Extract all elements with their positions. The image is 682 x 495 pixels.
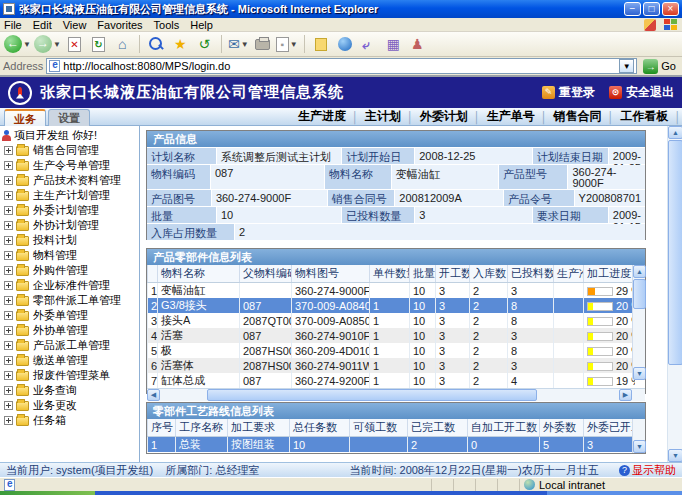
col-prep[interactable]: 生产准备 (554, 265, 584, 283)
parts-row-1[interactable]: 1变幅油缸 360-274-9000F 10 32 3 29 % (148, 283, 635, 299)
tree-item-master-plan[interactable]: 主生产计划管理 (2, 188, 139, 203)
tab-settings[interactable]: 设置 (48, 109, 90, 126)
parts-row-3[interactable]: 3接头A 2087QT002370-009-A0850 110 32 8 20 … (148, 313, 635, 328)
tree-item-order-number[interactable]: 生产令号单管理 (2, 158, 139, 173)
tree-item-delivery-order[interactable]: 缴送单管理 (2, 353, 139, 368)
expand-icon[interactable] (4, 251, 13, 260)
tree-root-user[interactable]: 项目开发组 你好! (2, 128, 139, 143)
tree-item-outsource-order[interactable]: 外委单管理 (2, 308, 139, 323)
scroll-down-icon[interactable]: ▼ (633, 367, 646, 380)
expand-icon[interactable] (4, 326, 13, 335)
col-drawing-no[interactable]: 物料图号 (292, 265, 370, 283)
menu-master-plan[interactable]: 主计划 (365, 108, 401, 125)
menu-production-progress[interactable]: 生产进度 (298, 108, 346, 125)
research-button[interactable]: ⤶ (359, 34, 380, 55)
expand-icon[interactable] (4, 176, 13, 185)
col-requirement[interactable]: 加工要求 (228, 419, 290, 437)
menu-tools[interactable]: Tools (154, 19, 180, 31)
menu-outsource-plan[interactable]: 外委计划 (420, 108, 468, 125)
col-in-stock[interactable]: 入库数 (470, 265, 508, 283)
menu-favorites[interactable]: Favorites (97, 19, 142, 31)
tree-item-coop-order[interactable]: 外协单管理 (2, 323, 139, 338)
col-progress[interactable]: 加工进度 (584, 265, 635, 283)
expand-icon[interactable] (4, 341, 13, 350)
tree-item-task-box[interactable]: 任务箱 (2, 413, 139, 428)
edit-button[interactable]: ▪▼ (276, 34, 298, 55)
expand-icon[interactable] (4, 191, 13, 200)
forward-button[interactable]: →▼ (34, 34, 61, 55)
tree-item-standard-parts[interactable]: 企业标准件管理 (2, 278, 139, 293)
col-seq[interactable]: 序号 (148, 419, 176, 437)
col-batch[interactable]: 批量 (410, 265, 436, 283)
menu-work-board[interactable]: 工作看板 (620, 108, 668, 125)
menu-edit[interactable]: Edit (33, 19, 52, 31)
search-button[interactable] (146, 34, 167, 55)
address-input[interactable]: http://localhost:8080/MPS/login.do ▼ (46, 58, 637, 74)
menu-sales-contract[interactable]: 销售合同 (554, 108, 602, 125)
tree-item-coop-plan[interactable]: 外协计划管理 (2, 218, 139, 233)
tree-item-sales-contract[interactable]: 销售合同管理 (2, 143, 139, 158)
address-url[interactable]: http://localhost:8080/MPS/login.do (63, 60, 619, 72)
messenger-button[interactable] (335, 34, 356, 55)
expand-icon[interactable] (4, 416, 13, 425)
tree-item-business-query[interactable]: 业务查询 (2, 383, 139, 398)
expand-icon[interactable] (4, 221, 13, 230)
menu-help[interactable]: Help (190, 19, 213, 31)
expand-icon[interactable] (4, 311, 13, 320)
col-outsourced-started[interactable]: 外委已开工数 (584, 419, 633, 437)
parts-row-2[interactable]: 2G3/8接头 087370-009-A0840 110 32 8 20 % (148, 298, 635, 313)
tree-item-scrap-menu[interactable]: 报废件管理菜单 (2, 368, 139, 383)
windows-taskbar[interactable] (0, 491, 682, 495)
scroll-thumb[interactable] (633, 279, 646, 309)
favorites-button[interactable]: ★ (170, 34, 191, 55)
home-button[interactable]: ⌂ (112, 34, 133, 55)
scroll-thumb[interactable] (207, 389, 537, 401)
scroll-right-icon[interactable]: ▶ (619, 389, 632, 401)
logout-button[interactable]: ⊙ 安全退出 (609, 84, 674, 101)
stop-button[interactable]: ✕ (64, 34, 85, 55)
tree-item-material[interactable]: 物料管理 (2, 248, 139, 263)
parts-table-vscrollbar[interactable]: ▲ ▼ (632, 265, 645, 380)
tree-item-tech-data[interactable]: 产品技术资料管理 (2, 173, 139, 188)
tree-item-part-workorder[interactable]: 零部件派工单管理 (2, 293, 139, 308)
scroll-down-icon[interactable]: ▼ (633, 440, 646, 453)
expand-icon[interactable] (4, 206, 13, 215)
tree-item-feed-plan[interactable]: 投料计划 (2, 233, 139, 248)
parts-row-7[interactable]: 7缸体总成 087360-274-9200F 110 32 4 19 % (148, 373, 635, 388)
parts-row-5[interactable]: 5极 2087HS002360-209-4D010 110 32 8 20 % (148, 343, 635, 358)
scroll-down-icon[interactable]: ▼ (668, 449, 682, 462)
scroll-thumb[interactable] (668, 140, 682, 365)
col-claimable[interactable]: 可领工数 (350, 419, 408, 437)
expand-icon[interactable] (4, 146, 13, 155)
route-row-1[interactable]: 1 总装 按图组装 10 2 0 5 3 0 0 (148, 437, 633, 453)
relogin-button[interactable]: ✎ 重登录 (542, 84, 595, 101)
tree-item-outsource-plan[interactable]: 外委计划管理 (2, 203, 139, 218)
expand-icon[interactable] (4, 401, 13, 410)
scroll-up-icon[interactable]: ▲ (668, 126, 682, 139)
col-completed[interactable]: 已完工数 (408, 419, 468, 437)
tree-item-purchased[interactable]: 外购件管理 (2, 263, 139, 278)
col-material-name[interactable]: 物料名称 (158, 265, 240, 283)
col-outsourced[interactable]: 外委数 (540, 419, 584, 437)
mail-button[interactable]: ✉▼ (228, 34, 249, 55)
show-help-link[interactable]: ? 显示帮助 (619, 463, 676, 478)
tree-item-product-workorder[interactable]: 产品派工单管理 (2, 338, 139, 353)
page-vscrollbar[interactable]: ▲ ▼ (667, 126, 682, 462)
col-total[interactable]: 总任务数 (290, 419, 350, 437)
expand-icon[interactable] (4, 281, 13, 290)
tab-business[interactable]: 业务 (4, 109, 46, 126)
menu-file[interactable]: File (4, 19, 22, 31)
route-table-vscrollbar[interactable]: ▼ (632, 419, 645, 453)
start-button[interactable] (0, 491, 95, 495)
menu-view[interactable]: View (63, 19, 87, 31)
col-unit-qty[interactable]: 单件数量 (370, 265, 410, 283)
col-invested[interactable]: 已投料数 (508, 265, 554, 283)
expand-icon[interactable] (4, 236, 13, 245)
parts-row-4[interactable]: 4活塞 087360-274-9010F 110 32 3 20 % (148, 328, 635, 343)
maximize-button[interactable]: □ (643, 2, 660, 16)
refresh-button[interactable]: ↻ (88, 34, 109, 55)
expand-icon[interactable] (4, 371, 13, 380)
print-button[interactable] (252, 34, 273, 55)
close-button[interactable]: × (662, 2, 679, 16)
back-button[interactable]: ←▼ (4, 34, 31, 55)
